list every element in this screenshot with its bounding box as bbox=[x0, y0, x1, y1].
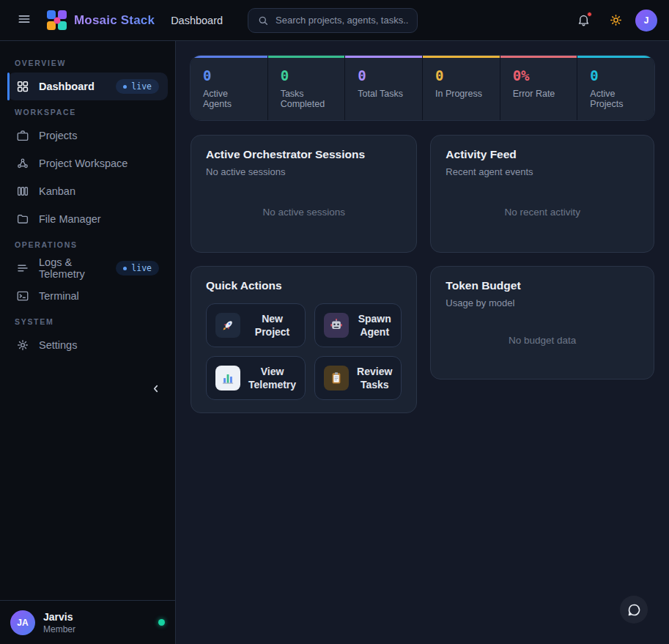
card-subtitle: Usage by model bbox=[446, 297, 639, 308]
active-sessions-card: Active Orchestrator Sessions No active s… bbox=[191, 135, 417, 253]
sidebar-item-label: Kanban bbox=[39, 185, 75, 197]
app-name: Mosaic Stack bbox=[74, 13, 155, 28]
live-badge: live bbox=[116, 79, 159, 94]
quick-action-label: Spawn Agent bbox=[357, 312, 392, 338]
sidebar-item-project-workspace[interactable]: Project Workspace bbox=[7, 149, 168, 177]
mosaic-logo-icon bbox=[47, 10, 67, 30]
empty-state-text: No recent activity bbox=[446, 177, 639, 240]
online-status-dot bbox=[158, 619, 165, 626]
user-role: Member bbox=[43, 624, 75, 634]
stat-label: Active Projects bbox=[590, 89, 642, 109]
main-content: 0 Active Agents 0 Tasks Completed 0 Tota… bbox=[176, 41, 669, 644]
section-label-overview: OVERVIEW bbox=[15, 59, 160, 67]
sidebar-item-label: Projects bbox=[39, 130, 77, 141]
sidebar-user-card[interactable]: JA Jarvis Member bbox=[0, 600, 175, 644]
network-nodes-icon bbox=[16, 157, 29, 170]
stat-tasks-completed: 0 Tasks Completed bbox=[268, 56, 345, 120]
quick-action-label: New Project bbox=[248, 312, 296, 338]
stat-value: 0 bbox=[435, 67, 487, 84]
stat-value: 0 bbox=[358, 67, 410, 84]
token-budget-card: Token Budget Usage by model No budget da… bbox=[430, 266, 654, 380]
stat-value: 0 bbox=[203, 67, 255, 84]
quick-actions-card: Quick Actions New Project Spawn Agent bbox=[191, 266, 417, 413]
stat-value: 0 bbox=[590, 67, 642, 84]
quick-action-label: Review Tasks bbox=[357, 365, 392, 391]
sidebar-item-settings[interactable]: Settings bbox=[7, 331, 168, 359]
stat-value: 0 bbox=[281, 67, 333, 84]
stat-label: Tasks Completed bbox=[281, 89, 333, 109]
stat-total-tasks: 0 Total Tasks bbox=[345, 56, 422, 120]
chevron-left-icon bbox=[149, 382, 162, 395]
section-label-operations: OPERATIONS bbox=[15, 240, 160, 249]
new-project-button[interactable]: New Project bbox=[206, 303, 306, 347]
user-name: Jarvis bbox=[43, 611, 75, 623]
clipboard-icon bbox=[324, 366, 349, 391]
sidebar-item-label: Dashboard bbox=[39, 81, 95, 92]
search-icon bbox=[257, 15, 269, 26]
folder-icon bbox=[16, 212, 29, 226]
sun-icon bbox=[609, 13, 623, 27]
sidebar-item-label: Settings bbox=[39, 339, 77, 351]
empty-state-text: No budget data bbox=[446, 308, 639, 366]
sidebar-collapse-button[interactable] bbox=[147, 380, 165, 398]
spawn-agent-button[interactable]: Spawn Agent bbox=[314, 303, 402, 347]
robot-icon bbox=[324, 313, 349, 338]
briefcase-icon bbox=[16, 129, 29, 142]
sidebar-item-label: Project Workspace bbox=[39, 158, 127, 169]
app-logo[interactable]: Mosaic Stack bbox=[47, 10, 155, 30]
card-title: Active Orchestrator Sessions bbox=[206, 148, 402, 161]
sidebar-item-projects[interactable]: Projects bbox=[7, 122, 168, 149]
card-title: Quick Actions bbox=[206, 279, 402, 292]
card-subtitle: Recent agent events bbox=[446, 166, 639, 177]
sidebar-item-dashboard[interactable]: Dashboard live bbox=[7, 73, 168, 100]
bar-chart-icon bbox=[215, 366, 240, 391]
card-subtitle: No active sessions bbox=[206, 166, 402, 177]
live-badge: live bbox=[116, 261, 159, 275]
dashboard-grid-icon bbox=[16, 80, 29, 93]
search-input[interactable] bbox=[276, 15, 408, 26]
card-title: Token Budget bbox=[446, 279, 639, 292]
stat-value: 0% bbox=[513, 67, 565, 84]
section-label-workspace: WORKSPACE bbox=[15, 108, 160, 116]
sidebar: OVERVIEW Dashboard live WORKSPACE Projec… bbox=[0, 41, 176, 644]
review-tasks-button[interactable]: Review Tasks bbox=[314, 356, 402, 400]
gear-icon bbox=[16, 338, 29, 352]
log-lines-icon bbox=[16, 262, 29, 275]
hamburger-menu-icon bbox=[17, 12, 32, 29]
kanban-columns-icon bbox=[16, 185, 29, 198]
sidebar-item-label: Logs & Telemetry bbox=[39, 256, 106, 280]
hamburger-menu-button[interactable] bbox=[12, 8, 37, 33]
stat-error-rate: 0% Error Rate bbox=[500, 56, 577, 120]
activity-feed-card: Activity Feed Recent agent events No rec… bbox=[430, 135, 654, 253]
sidebar-item-label: Terminal bbox=[39, 290, 79, 302]
rocket-icon bbox=[215, 313, 240, 338]
quick-action-label: View Telemetry bbox=[248, 365, 296, 391]
sidebar-item-terminal[interactable]: Terminal bbox=[7, 282, 168, 310]
notification-dot bbox=[587, 12, 592, 17]
theme-toggle-button[interactable] bbox=[603, 8, 628, 33]
empty-state-text: No active sessions bbox=[206, 177, 402, 240]
stat-active-projects: 0 Active Projects bbox=[577, 56, 654, 120]
view-telemetry-button[interactable]: View Telemetry bbox=[206, 356, 306, 400]
stat-in-progress: 0 In Progress bbox=[423, 56, 500, 120]
terminal-icon bbox=[16, 289, 29, 303]
stat-label: Error Rate bbox=[513, 89, 565, 99]
sidebar-item-logs-telemetry[interactable]: Logs & Telemetry live bbox=[7, 254, 168, 282]
notifications-button[interactable] bbox=[571, 8, 596, 33]
stats-row: 0 Active Agents 0 Tasks Completed 0 Tota… bbox=[191, 56, 654, 120]
user-avatar-initials: JA bbox=[10, 610, 35, 635]
stat-active-agents: 0 Active Agents bbox=[191, 56, 267, 120]
sidebar-item-file-manager[interactable]: File Manager bbox=[7, 205, 168, 233]
chat-fab-button[interactable] bbox=[620, 596, 648, 623]
stat-label: Total Tasks bbox=[358, 89, 410, 99]
breadcrumb-page-title: Dashboard bbox=[171, 15, 223, 26]
top-header: Mosaic Stack Dashboard J bbox=[0, 0, 669, 41]
card-title: Activity Feed bbox=[446, 148, 639, 161]
stat-label: Active Agents bbox=[203, 89, 255, 109]
global-search[interactable] bbox=[248, 8, 418, 33]
chat-bubble-icon bbox=[627, 602, 642, 618]
sidebar-item-kanban[interactable]: Kanban bbox=[7, 177, 168, 205]
user-avatar[interactable]: J bbox=[635, 10, 657, 32]
sidebar-item-label: File Manager bbox=[39, 213, 101, 225]
stat-label: In Progress bbox=[435, 89, 487, 99]
